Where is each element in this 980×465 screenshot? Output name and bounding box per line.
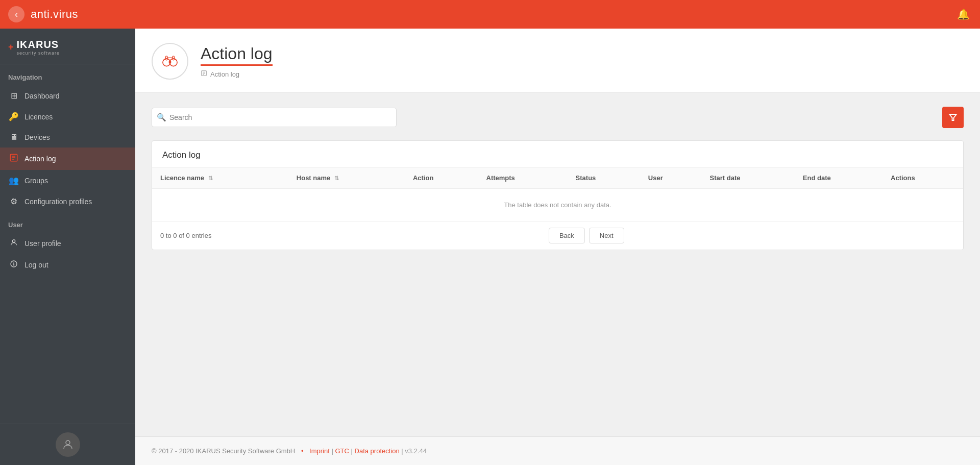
svg-rect-13 [173, 56, 174, 60]
svg-rect-11 [169, 61, 172, 64]
topbar: ‹ anti.virus 🔔 [0, 0, 980, 29]
svg-rect-12 [166, 56, 167, 60]
sort-icon: ⇅ [208, 175, 213, 182]
svg-marker-19 [949, 114, 957, 120]
sort-icon: ⇅ [334, 175, 339, 182]
sidebar-item-user-profile[interactable]: User profile [0, 233, 135, 254]
filter-button[interactable] [942, 107, 964, 128]
main-content: Action log Action log [135, 29, 980, 465]
sidebar-item-configuration-profiles[interactable]: ⚙ Configuration profiles [0, 191, 135, 212]
user-section-label: User [0, 212, 135, 233]
licences-icon: 🔑 [8, 112, 19, 121]
svg-point-7 [13, 264, 14, 265]
footer-version: | v3.2.44 [401, 447, 427, 455]
logout-icon [8, 260, 19, 270]
user-profile-icon [8, 238, 19, 249]
sidebar-item-label: Groups [24, 177, 48, 185]
svg-point-8 [66, 440, 70, 445]
sidebar-item-devices[interactable]: 🖥 Devices [0, 127, 135, 148]
copyright: © 2017 - 2020 IKARUS Security Software G… [152, 447, 295, 455]
empty-message: The table does not contain any data. [152, 188, 963, 222]
page-header: Action log Action log [135, 29, 980, 92]
back-pagination-button[interactable]: Back [549, 228, 585, 243]
breadcrumb-icon [201, 70, 207, 78]
logo-name: IKARUS [17, 39, 59, 50]
app-title: anti.virus [31, 8, 78, 21]
sidebar-logo: + IKARUS security software [0, 29, 135, 64]
col-actions: Actions [883, 168, 963, 188]
bell-icon[interactable]: 🔔 [957, 8, 970, 20]
search-bar-row: 🔍 [152, 107, 964, 128]
search-input-wrap: 🔍 [152, 108, 397, 127]
sidebar-item-groups[interactable]: 👥 Groups [0, 170, 135, 191]
col-attempts: Attempts [478, 168, 568, 188]
search-icon: 🔍 [157, 113, 166, 122]
sidebar-item-label: User profile [24, 239, 61, 248]
col-status: Status [568, 168, 640, 188]
action-log-icon [8, 153, 19, 164]
devices-icon: 🖥 [8, 133, 19, 142]
entries-count: 0 to 0 of 0 entries [160, 232, 211, 239]
sidebar-item-log-out[interactable]: Log out [0, 254, 135, 276]
table-section: Action log Licence name ⇅ Host name ⇅ [152, 140, 964, 250]
footer: © 2017 - 2020 IKARUS Security Software G… [135, 436, 980, 465]
sidebar-bottom [0, 424, 135, 465]
sidebar-item-licences[interactable]: 🔑 Licences [0, 106, 135, 127]
sidebar-item-label: Dashboard [24, 92, 60, 100]
page-header-info: Action log Action log [201, 44, 273, 78]
table-empty-row: The table does not contain any data. [152, 188, 963, 222]
logo-cross-icon: + [8, 42, 14, 53]
breadcrumb-label: Action log [210, 70, 239, 78]
next-pagination-button[interactable]: Next [589, 228, 624, 243]
sidebar-item-label: Action log [24, 155, 56, 163]
table-section-title: Action log [152, 141, 963, 168]
back-button[interactable]: ‹ [8, 6, 24, 22]
sidebar-item-label: Devices [24, 133, 50, 141]
sidebar-item-label: Log out [24, 261, 48, 269]
sidebar-item-label: Configuration profiles [24, 198, 92, 206]
svg-point-4 [12, 240, 15, 242]
page-title: Action log [201, 44, 273, 66]
data-protection-link[interactable]: Data protection [355, 447, 400, 455]
pagination-buttons: Back Next [217, 228, 955, 243]
table-header-row: Licence name ⇅ Host name ⇅ Action Attemp… [152, 168, 963, 188]
breadcrumb: Action log [201, 70, 273, 78]
sidebar-item-label: Licences [24, 113, 53, 121]
nav-section-label: Navigation [0, 64, 135, 85]
groups-icon: 👥 [8, 176, 19, 185]
dashboard-icon: ⊞ [8, 91, 19, 101]
col-licence-name: Licence name ⇅ [152, 168, 288, 188]
search-input[interactable] [152, 108, 397, 127]
content-area: 🔍 Action log Licence name [135, 92, 980, 436]
sidebar: + IKARUS security software Navigation ⊞ … [0, 29, 135, 465]
imprint-link[interactable]: Imprint [309, 447, 330, 455]
footer-sep2: | [351, 447, 355, 455]
col-start-date: Start date [702, 168, 795, 188]
footer-dot: • [301, 447, 304, 455]
page-icon-circle [152, 43, 188, 80]
sidebar-item-dashboard[interactable]: ⊞ Dashboard [0, 85, 135, 106]
config-icon: ⚙ [8, 197, 19, 206]
col-action: Action [405, 168, 478, 188]
col-user: User [640, 168, 702, 188]
pagination-area: 0 to 0 of 0 entries Back Next [152, 222, 963, 250]
col-end-date: End date [795, 168, 883, 188]
gtc-link[interactable]: GTC [335, 447, 349, 455]
sidebar-bottom-avatar [56, 432, 80, 457]
action-log-table: Licence name ⇅ Host name ⇅ Action Attemp… [152, 168, 963, 222]
logo-sub: security software [17, 51, 60, 56]
sidebar-item-action-log[interactable]: Action log [0, 148, 135, 170]
col-host-name: Host name ⇅ [288, 168, 405, 188]
